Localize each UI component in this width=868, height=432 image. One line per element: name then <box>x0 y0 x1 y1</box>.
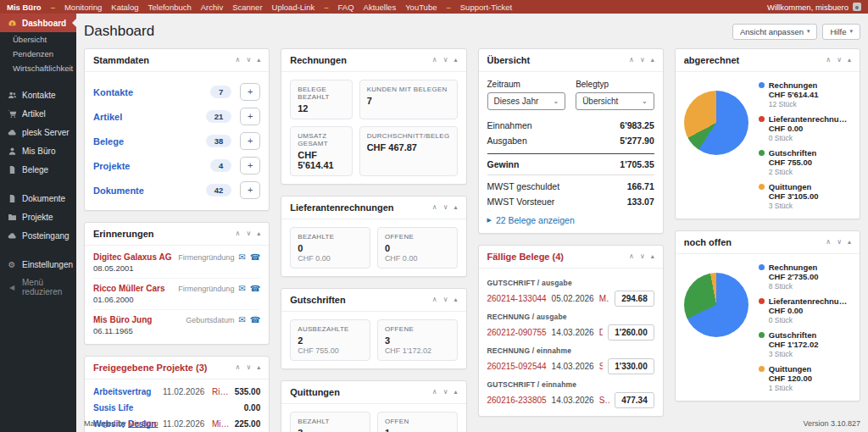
add-artikel-button[interactable]: + <box>240 108 260 125</box>
move-down-icon[interactable]: ∨ <box>443 389 448 396</box>
move-down-icon[interactable]: ∨ <box>443 204 448 211</box>
add-kontakt-button[interactable]: + <box>240 83 260 101</box>
topbar-item-telefonbuch[interactable]: Telefonbuch <box>148 3 192 12</box>
collapse-icon[interactable]: ▴ <box>651 253 654 260</box>
add-projekt-button[interactable]: + <box>240 157 260 174</box>
phone-icon[interactable]: ☎ <box>250 253 260 262</box>
sidebar-item-belege[interactable]: Belege <box>0 160 76 179</box>
collapse-icon[interactable]: ▴ <box>848 57 851 64</box>
move-up-icon[interactable]: ∧ <box>236 57 241 64</box>
topbar-item-upload-link[interactable]: Upload-Link <box>272 3 315 12</box>
topbar-item-youtube[interactable]: YouTube <box>405 3 437 12</box>
sidebar-item-dashboard[interactable]: Dashboard <box>0 14 76 32</box>
sidebar-item-kontakte[interactable]: Kontakte <box>0 86 76 104</box>
sidebar-item-dokumente[interactable]: Dokumente <box>0 189 76 208</box>
sidebar-item-einstellungen[interactable]: ⚙ Einstellungen <box>0 255 76 274</box>
move-down-icon[interactable]: ∨ <box>640 253 645 260</box>
topbar-item-archiv[interactable]: Archiv <box>201 3 223 12</box>
topbar-item-support-ticket[interactable]: Support-Ticket <box>460 3 512 12</box>
dokumente-link[interactable]: Dokumente <box>93 186 144 196</box>
move-up-icon[interactable]: ∧ <box>432 296 437 303</box>
document-number-link[interactable]: 260216-233805 <box>487 396 547 405</box>
collapse-icon[interactable]: ▴ <box>257 230 260 237</box>
topbar-item-aktuelles[interactable]: Aktuelles <box>364 3 397 12</box>
topbar-brand[interactable]: Mis Büro <box>7 3 42 12</box>
add-beleg-button[interactable]: + <box>240 132 260 150</box>
phone-icon[interactable]: ☎ <box>250 316 260 324</box>
topbar-item-katalog[interactable]: Katalog <box>111 3 138 12</box>
project-link[interactable]: Arbeitsvertrag <box>93 387 158 396</box>
move-up-icon[interactable]: ∧ <box>826 239 831 246</box>
sidebar-item-projekte[interactable]: Projekte <box>0 208 76 226</box>
avatar[interactable]: ☻ <box>853 3 861 11</box>
collapse-icon[interactable]: ▴ <box>453 296 457 303</box>
move-down-icon[interactable]: ∨ <box>246 57 251 64</box>
help-button[interactable]: Hilfe ▾ <box>822 24 860 40</box>
topbar-welcome[interactable]: Willkommen, misbuero ☻ <box>767 3 861 12</box>
sidebar-item-mis-buero[interactable]: Mis Büro <box>0 141 76 160</box>
sidebar-subitem-wirtschaftlichkeit[interactable]: Wirtschaftlichkeit <box>0 61 76 75</box>
phone-icon[interactable]: ☎ <box>250 285 260 293</box>
move-up-icon[interactable]: ∧ <box>432 204 437 211</box>
collapse-icon[interactable]: ▴ <box>453 204 457 211</box>
belegtyp-select[interactable]: Übersicht ⌄ <box>576 92 654 110</box>
document-contact-link[interactable]: Digitec Galaxu... <box>599 328 604 337</box>
sidebar-subitem-uebersicht[interactable]: Übersicht <box>0 32 76 47</box>
document-number-link[interactable]: 260214-133044 <box>487 294 547 303</box>
project-link[interactable]: Susis Life <box>93 403 158 413</box>
kontakte-link[interactable]: Kontakte <box>93 87 133 97</box>
zeitraum-select[interactable]: Dieses Jahr ⌄ <box>487 92 566 110</box>
move-up-icon[interactable]: ∧ <box>629 57 634 64</box>
sidebar-item-plesk-server[interactable]: plesk Server <box>0 123 76 141</box>
move-down-icon[interactable]: ∨ <box>246 230 251 237</box>
move-up-icon[interactable]: ∧ <box>236 230 241 237</box>
document-contact-link[interactable]: Support – Has... <box>599 362 604 371</box>
project-contact-link[interactable]: Ricco Mülle... <box>212 387 230 396</box>
projekte-link[interactable]: Projekte <box>93 161 130 171</box>
move-down-icon[interactable]: ∨ <box>443 57 448 64</box>
move-down-icon[interactable]: ∨ <box>837 239 842 246</box>
sidebar-subitem-pendenzen[interactable]: Pendenzen <box>0 47 76 61</box>
topbar-item-monitoring[interactable]: Monitoring <box>64 3 102 12</box>
contact-link[interactable]: Ricco Müller Cars <box>93 284 174 293</box>
customize-view-button[interactable]: Ansicht anpassen ▾ <box>732 24 818 40</box>
einnahmen-value: 6'983.25 <box>620 120 654 130</box>
topbar-item-scanner[interactable]: Scanner <box>232 3 262 12</box>
move-down-icon[interactable]: ∨ <box>640 57 645 64</box>
document-number-link[interactable]: 260212-090755 <box>487 328 547 337</box>
artikel-link[interactable]: Artikel <box>93 112 122 122</box>
document-contact-link[interactable]: Support – Has... <box>599 396 610 405</box>
move-up-icon[interactable]: ∧ <box>826 57 831 64</box>
document-contact-link[interactable]: Mis Büro Jung <box>599 294 610 303</box>
sidebar-item-artikel[interactable]: Artikel <box>0 104 76 123</box>
collapse-icon[interactable]: ▴ <box>257 364 260 371</box>
mail-icon[interactable]: ✉ <box>238 253 245 262</box>
mail-icon[interactable]: ✉ <box>238 285 245 293</box>
collapse-icon[interactable]: ▴ <box>651 57 654 64</box>
mis-buero-link[interactable]: Mis Büro <box>128 419 159 428</box>
move-down-icon[interactable]: ∨ <box>246 364 251 371</box>
belege-link[interactable]: Belege <box>93 136 124 147</box>
add-dokument-button[interactable]: + <box>240 181 260 199</box>
sidebar-item-posteingang[interactable]: Posteingang <box>0 226 76 245</box>
sidebar-item-menu-reduzieren[interactable]: ◀ Menü reduzieren <box>0 274 76 301</box>
move-up-icon[interactable]: ∧ <box>629 253 634 260</box>
move-up-icon[interactable]: ∧ <box>432 57 437 64</box>
topbar-divider-icon: – <box>324 3 328 12</box>
document-number-link[interactable]: 260215-092544 <box>487 362 547 371</box>
move-up-icon[interactable]: ∧ <box>432 389 437 396</box>
move-down-icon[interactable]: ∨ <box>837 57 842 64</box>
users-icon <box>7 90 17 100</box>
document-amount: 477.34 <box>615 392 654 408</box>
move-up-icon[interactable]: ∧ <box>236 364 241 371</box>
topbar-item-faq[interactable]: FAQ <box>338 3 354 12</box>
mail-icon[interactable]: ✉ <box>238 316 245 324</box>
contact-link[interactable]: Mis Büro Jung <box>93 315 181 324</box>
contact-link[interactable]: Digitec Galaxus AG <box>93 252 174 262</box>
collapse-icon[interactable]: ▴ <box>453 389 457 396</box>
belege-anzeigen-link[interactable]: ▶ 22 Belege anzeigen <box>487 215 654 225</box>
collapse-icon[interactable]: ▴ <box>453 57 457 64</box>
move-down-icon[interactable]: ∨ <box>443 296 448 303</box>
collapse-icon[interactable]: ▴ <box>257 57 260 64</box>
collapse-icon[interactable]: ▴ <box>848 239 851 246</box>
